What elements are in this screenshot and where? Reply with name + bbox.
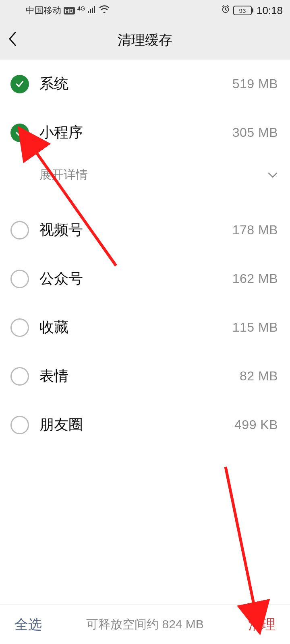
cache-list: 系统 519 MB 小程序 305 MB 展开详情 视频号 178 MB 公众号… [0, 60, 290, 449]
alarm-icon [221, 5, 230, 16]
svg-rect-1 [90, 9, 91, 13]
cache-item-size: 115 MB [232, 320, 278, 335]
battery-icon: 93 [233, 6, 253, 15]
cache-item-stickers[interactable]: 表情 82 MB [0, 352, 290, 400]
battery-level: 93 [239, 7, 246, 14]
svg-rect-2 [92, 8, 93, 13]
cache-item-size: 162 MB [232, 271, 278, 286]
cache-item-label: 表情 [39, 366, 68, 386]
cache-item-label: 视频号 [39, 220, 83, 240]
nav-header: 清理缓存 [0, 21, 290, 60]
cache-item-label: 小程序 [39, 123, 83, 142]
free-space-text: 可释放空间约 824 MB [86, 616, 204, 633]
expand-label: 展开详情 [39, 167, 88, 183]
svg-line-6 [226, 467, 255, 608]
cache-item-label: 收藏 [39, 318, 68, 337]
checkbox-checked-icon[interactable] [10, 75, 29, 93]
cache-item-official[interactable]: 公众号 162 MB [0, 254, 290, 303]
cache-item-label: 公众号 [39, 269, 83, 289]
expand-details-button[interactable]: 展开详情 [0, 157, 290, 193]
clock-time: 10:18 [257, 4, 283, 17]
cache-item-size: 82 MB [240, 369, 278, 384]
cache-item-miniprogram[interactable]: 小程序 305 MB [0, 108, 290, 157]
status-right: 93 10:18 [221, 4, 283, 17]
status-bar: 中国移动 HD 4G 93 10:18 [0, 0, 290, 21]
back-button[interactable] [7, 31, 17, 50]
cache-item-favorites[interactable]: 收藏 115 MB [0, 303, 290, 352]
cache-item-system[interactable]: 系统 519 MB [0, 60, 290, 108]
clean-button[interactable]: 清理 [248, 615, 276, 634]
cache-item-label: 系统 [39, 74, 68, 94]
signal-icon [88, 5, 97, 16]
checkbox-unchecked-icon[interactable] [10, 270, 29, 288]
checkbox-checked-icon[interactable] [10, 124, 29, 142]
footer-bar: 全选 可释放空间约 824 MB 清理 [0, 605, 290, 644]
cache-item-size: 178 MB [232, 223, 278, 237]
checkbox-unchecked-icon[interactable] [10, 318, 29, 337]
cache-item-channels[interactable]: 视频号 178 MB [0, 206, 290, 254]
select-all-button[interactable]: 全选 [14, 615, 42, 634]
cache-item-size: 519 MB [232, 76, 278, 91]
network-type: 4G [77, 5, 85, 12]
carrier-label: 中国移动 [26, 4, 61, 17]
hd-badge: HD [64, 7, 75, 14]
cache-item-label: 朋友圈 [39, 415, 83, 435]
cache-item-moments[interactable]: 朋友圈 499 KB [0, 400, 290, 449]
chevron-down-icon [267, 169, 278, 181]
checkbox-unchecked-icon[interactable] [10, 221, 29, 239]
cache-item-size: 499 KB [234, 417, 278, 432]
page-title: 清理缓存 [118, 31, 172, 50]
cache-item-size: 305 MB [232, 125, 278, 140]
svg-rect-3 [94, 6, 95, 13]
wifi-icon [99, 5, 110, 16]
checkbox-unchecked-icon[interactable] [10, 416, 29, 434]
status-left: 中国移动 HD 4G [26, 4, 110, 17]
checkbox-unchecked-icon[interactable] [10, 367, 29, 386]
svg-rect-0 [88, 11, 89, 13]
